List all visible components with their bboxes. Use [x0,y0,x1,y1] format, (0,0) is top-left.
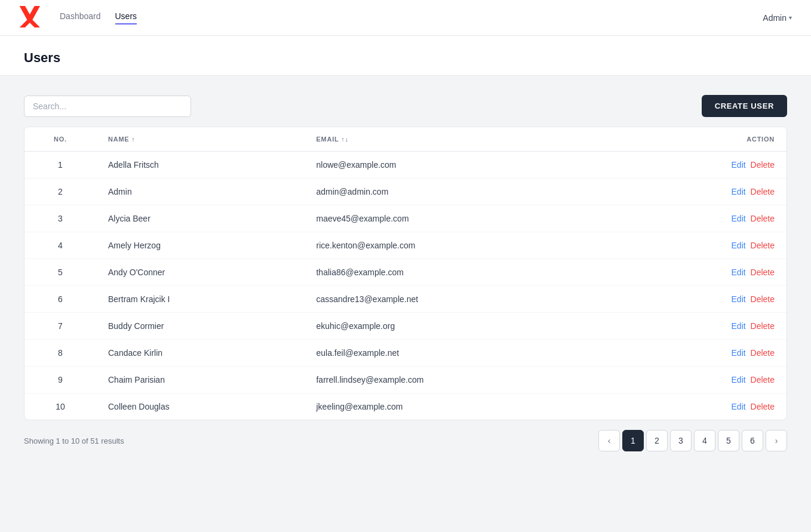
cell-no: 5 [24,259,96,286]
cell-action: Edit Delete [623,205,787,232]
cell-email: nlowe@example.com [304,152,623,179]
toolbar: CREATE USER [24,95,787,117]
cell-email: thalia86@example.com [304,259,623,286]
navbar-user-label: Admin [763,13,787,23]
edit-button[interactable]: Edit [732,160,746,170]
cell-email: maeve45@example.com [304,205,623,232]
content-area: CREATE USER NO. Name ↑ Email ↑↓ ACTION 1… [0,76,811,471]
col-header-email[interactable]: Email ↑↓ [304,127,623,152]
cell-name: Andy O'Conner [96,259,304,286]
pagination-page-5[interactable]: 5 [718,430,739,451]
edit-button[interactable]: Edit [732,241,746,250]
cell-email: jkeeling@example.com [304,393,623,420]
cell-email: cassandre13@example.net [304,286,623,313]
cell-no: 4 [24,232,96,259]
table-row: 1 Adella Fritsch nlowe@example.com Edit … [24,152,787,179]
users-table: NO. Name ↑ Email ↑↓ ACTION 1 Adella Frit… [24,127,787,420]
cell-action: Edit Delete [623,393,787,420]
cell-email: rice.kenton@example.com [304,232,623,259]
pagination: ‹123456› [598,430,787,451]
table-row: 9 Chaim Parisian farrell.lindsey@example… [24,367,787,393]
delete-button[interactable]: Delete [751,348,775,358]
table-row: 5 Andy O'Conner thalia86@example.com Edi… [24,259,787,286]
search-input[interactable] [24,96,191,117]
cell-email: ekuhic@example.org [304,313,623,340]
pagination-page-4[interactable]: 4 [694,430,715,451]
page-title: Users [24,50,787,66]
table-body: 1 Adella Fritsch nlowe@example.com Edit … [24,152,787,420]
edit-button[interactable]: Edit [732,294,746,304]
page-header: Users [0,36,811,76]
cell-action: Edit Delete [623,179,787,205]
table-row: 3 Alycia Beer maeve45@example.com Edit D… [24,205,787,232]
col-header-action: ACTION [623,127,787,152]
cell-no: 9 [24,367,96,393]
cell-action: Edit Delete [623,152,787,179]
delete-button[interactable]: Delete [751,321,775,331]
nav-users[interactable]: Users [115,11,137,24]
delete-button[interactable]: Delete [751,402,775,411]
cell-name: Colleen Douglas [96,393,304,420]
edit-button[interactable]: Edit [732,321,746,331]
cell-no: 8 [24,340,96,367]
delete-button[interactable]: Delete [751,375,775,385]
delete-button[interactable]: Delete [751,214,775,223]
cell-action: Edit Delete [623,313,787,340]
edit-button[interactable]: Edit [732,187,746,196]
cell-no: 1 [24,152,96,179]
pagination-prev[interactable]: ‹ [598,430,620,451]
table-row: 10 Colleen Douglas jkeeling@example.com … [24,393,787,420]
cell-action: Edit Delete [623,286,787,313]
cell-no: 6 [24,286,96,313]
edit-button[interactable]: Edit [732,402,746,411]
pagination-next[interactable]: › [766,430,787,451]
cell-email: admin@admin.com [304,179,623,205]
cell-email: farrell.lindsey@example.com [304,367,623,393]
table-header: NO. Name ↑ Email ↑↓ ACTION [24,127,787,152]
users-table-container: NO. Name ↑ Email ↑↓ ACTION 1 Adella Frit… [24,127,787,420]
cell-no: 2 [24,179,96,205]
edit-button[interactable]: Edit [732,214,746,223]
cell-no: 10 [24,393,96,420]
chevron-down-icon: ▾ [789,14,792,21]
cell-name: Chaim Parisian [96,367,304,393]
pagination-page-6[interactable]: 6 [742,430,763,451]
logo [19,6,41,29]
delete-button[interactable]: Delete [751,294,775,304]
cell-no: 7 [24,313,96,340]
navbar: Dashboard Users Admin ▾ [0,0,811,36]
cell-name: Candace Kirlin [96,340,304,367]
edit-button[interactable]: Edit [732,348,746,358]
cell-name: Bertram Krajcik I [96,286,304,313]
showing-text: Showing 1 to 10 of 51 results [24,436,124,445]
table-row: 7 Buddy Cormier ekuhic@example.org Edit … [24,313,787,340]
cell-name: Buddy Cormier [96,313,304,340]
navbar-user-menu[interactable]: Admin ▾ [763,13,792,23]
cell-no: 3 [24,205,96,232]
cell-name: Amely Herzog [96,232,304,259]
edit-button[interactable]: Edit [732,375,746,385]
delete-button[interactable]: Delete [751,187,775,196]
table-row: 4 Amely Herzog rice.kenton@example.com E… [24,232,787,259]
table-row: 2 Admin admin@admin.com Edit Delete [24,179,787,205]
navbar-links: Dashboard Users [60,11,763,24]
cell-email: eula.feil@example.net [304,340,623,367]
cell-action: Edit Delete [623,340,787,367]
edit-button[interactable]: Edit [732,267,746,277]
table-row: 6 Bertram Krajcik I cassandre13@example.… [24,286,787,313]
nav-dashboard[interactable]: Dashboard [60,11,101,24]
col-header-no: NO. [24,127,96,152]
pagination-page-3[interactable]: 3 [670,430,692,451]
cell-action: Edit Delete [623,367,787,393]
create-user-button[interactable]: CREATE USER [702,95,787,117]
delete-button[interactable]: Delete [751,160,775,170]
table-footer: Showing 1 to 10 of 51 results ‹123456› [24,420,787,451]
cell-name: Admin [96,179,304,205]
col-header-name[interactable]: Name ↑ [96,127,304,152]
pagination-page-1[interactable]: 1 [622,430,644,451]
delete-button[interactable]: Delete [751,267,775,277]
delete-button[interactable]: Delete [751,241,775,250]
cell-action: Edit Delete [623,259,787,286]
cell-name: Adella Fritsch [96,152,304,179]
pagination-page-2[interactable]: 2 [646,430,668,451]
